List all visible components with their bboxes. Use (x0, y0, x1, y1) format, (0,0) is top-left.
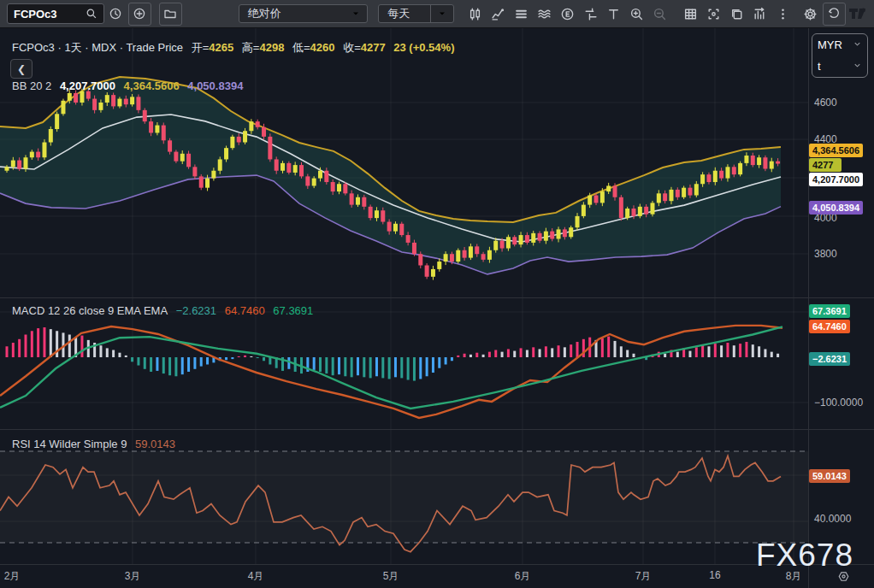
price-badge: 4277 (809, 158, 842, 172)
price-mode-label: 绝对价 (248, 6, 281, 21)
scale-tick-label: 4600 (814, 97, 837, 109)
time-axis[interactable]: 2月3月4月5月6月7月168月 (0, 564, 874, 588)
macd-indicator-legend[interactable]: MACD 12 26 close 9 EMA EMA −2.6231 64.74… (12, 304, 318, 317)
levels-icon[interactable] (580, 3, 601, 25)
symbol-title: FCPOc3 · 1天 · MDX · Trade Price (12, 41, 183, 54)
trading-app-window: FCPOc3 绝对价 每天 FCPOc3 · 1天 (0, 0, 874, 588)
chevron-down-icon (853, 38, 862, 51)
symbol-info-row[interactable]: FCPOc3 · 1天 · MDX · Trade Price 开=4265 高… (12, 40, 459, 56)
rsi-indicator-legend[interactable]: RSI 14 Wilder Simple 9 59.0143 (12, 438, 180, 450)
bb-indicator-legend[interactable]: BB 20 2 4,207.7000 4,364.5606 4,050.8394 (12, 79, 248, 92)
close-value: 4277 (361, 41, 386, 54)
macd-signal-value: 67.3691 (273, 304, 313, 317)
price-badge: 4,050.8394 (809, 201, 863, 215)
more-dots-icon[interactable] (772, 3, 794, 25)
bb-name: BB 20 2 (12, 79, 51, 92)
bb-mid-value: 4,207.7000 (60, 79, 115, 92)
zoom-out-icon[interactable] (649, 3, 670, 25)
currency-dropdown[interactable]: MYR (812, 34, 867, 56)
zoom-in-icon[interactable] (626, 3, 647, 25)
indicator-chart-icon[interactable] (487, 3, 509, 25)
text-tool-icon[interactable] (603, 3, 624, 25)
price-badge: 59.0143 (809, 469, 850, 483)
top-toolbar: FCPOc3 绝对价 每天 (0, 0, 874, 28)
price-badge: −2.6231 (809, 352, 850, 366)
price-badge: 67.3691 (809, 304, 850, 318)
events-icon[interactable] (557, 3, 578, 25)
time-axis-label: 6月 (515, 569, 531, 584)
unit-dropdown[interactable]: t (812, 56, 867, 77)
scale-tick-label: −100.0000 (814, 397, 863, 409)
time-axis-label: 16 (709, 569, 720, 581)
collapse-legend-button[interactable]: ❮ (10, 59, 32, 79)
time-axis-label: 7月 (635, 569, 652, 584)
scale-tick-label: 40.0000 (814, 513, 851, 525)
candlestick-style-icon[interactable] (464, 3, 486, 25)
bar-stats-icon[interactable] (749, 3, 771, 25)
copy-icon[interactable] (726, 3, 747, 25)
chevron-down-icon (345, 5, 367, 22)
macd-name: MACD 12 26 close 9 EMA EMA (12, 304, 168, 317)
high-label: 高= (242, 41, 260, 54)
rsi-name: RSI 14 Wilder Simple 9 (12, 438, 127, 450)
time-axis-label: 3月 (125, 569, 141, 584)
price-badge: 4,207.7000 (809, 173, 863, 186)
fx678-watermark: FX678 (756, 538, 853, 573)
replay-icon[interactable] (823, 3, 846, 26)
settings-gear-icon[interactable] (800, 3, 821, 25)
search-icon (86, 8, 97, 20)
open-value: 4265 (209, 41, 233, 54)
time-axis-label: 5月 (383, 569, 399, 584)
interval-label: 每天 (387, 6, 410, 21)
price-scale-column[interactable]: MYR t 4600440040003800−100.000040.00004,… (809, 28, 874, 564)
rsi-value: 59.0143 (135, 438, 175, 450)
macd-hist-value: −2.6231 (176, 304, 216, 317)
low-value: 4260 (310, 41, 335, 54)
time-axis-label: 4月 (248, 569, 264, 584)
add-circle-icon[interactable] (128, 3, 151, 26)
chevron-down-icon (853, 60, 862, 73)
macd-line-value: 64.7460 (225, 304, 265, 317)
price-mode-dropdown[interactable]: 绝对价 (239, 4, 368, 23)
grid-icon[interactable] (680, 3, 701, 25)
scale-unit-box: MYR t (812, 33, 868, 78)
symbol-search-box[interactable]: FCPOc3 (7, 3, 104, 24)
close-label: 收= (343, 41, 361, 54)
chevron-down-icon (430, 5, 453, 22)
interval-dropdown[interactable]: 每天 (378, 4, 454, 23)
price-badge: 4,364.5606 (809, 144, 863, 157)
bb-lower-value: 4,050.8394 (187, 79, 243, 92)
bb-upper-value: 4,364.5606 (124, 79, 180, 92)
open-label: 开= (192, 41, 210, 54)
currency-label: MYR (818, 38, 842, 51)
scale-tick-label: 3800 (814, 248, 837, 260)
tradingview-logo[interactable] (848, 4, 871, 23)
high-value: 4298 (259, 41, 284, 54)
screenshot-icon[interactable] (703, 3, 724, 25)
low-label: 低= (292, 41, 310, 54)
clock-icon[interactable] (105, 3, 127, 25)
waves-icon[interactable] (534, 3, 555, 25)
time-axis-label: 2月 (4, 569, 21, 584)
price-badge: 64.7460 (809, 320, 850, 333)
unit-label: t (818, 60, 821, 73)
folder-icon[interactable] (159, 3, 182, 26)
change-value: 23 (+0.54%) (393, 41, 454, 54)
symbol-name: FCPOc3 (14, 8, 57, 21)
compare-layers-icon[interactable] (511, 3, 532, 25)
